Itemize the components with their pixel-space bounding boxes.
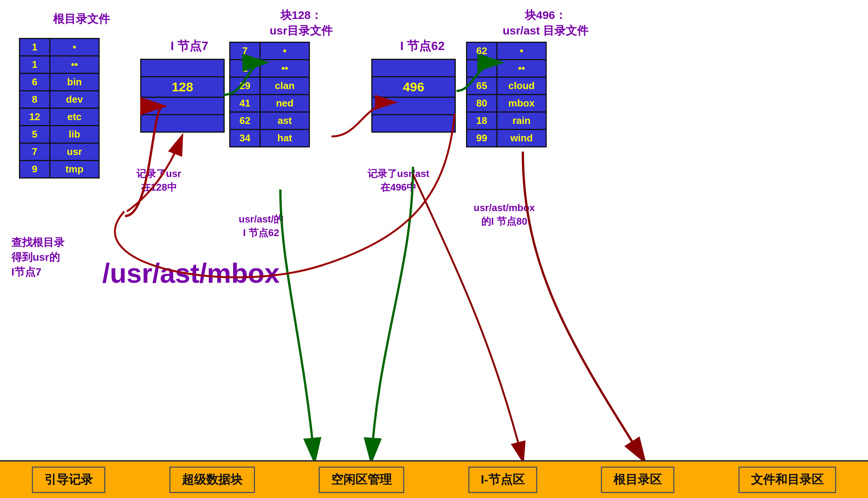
cell: mbox [497,95,546,112]
cell: • [260,42,310,60]
cell: 128 [141,77,224,97]
usr-ast-inode-annotation: usr/ast/的I 节点62 [239,212,284,240]
cell: ned [260,95,310,112]
table-row: 7 •• [467,60,546,77]
inode7-annotation: 记录了usr在128中 [136,167,181,194]
cell: • [50,39,99,56]
table-row: 65 cloud [467,77,546,95]
usr-ast-dir-label: 块496：usr/ast 目录文件 [474,8,618,39]
table-row [372,115,455,132]
table-row: 18 rain [467,112,546,130]
cell: dev [50,91,99,108]
table-row: 99 wind [467,130,546,147]
table-row: 12 etc [20,108,99,126]
root-annotation: 查找根目录得到usr的I节点7 [11,235,64,280]
inode62-table: 496 [371,59,456,133]
table-row: 41 ned [230,95,310,112]
big-path-text: /usr/ast/mbox [102,258,280,289]
table-row: 1 •• [230,60,310,77]
table-row: 80 mbox [467,95,546,112]
cell: 18 [467,112,497,130]
table-row [372,60,455,77]
table-row: 496 [372,77,455,97]
cell: 65 [467,77,497,95]
usr-dir-table: 7 • 1 •• 29 clan 41 ned 62 ast 34 hat [229,42,310,147]
root-dir-table: 1 • 1 •• 6 bin 8 dev 12 etc 5 lib [19,38,100,179]
table-row: 1 • [20,39,99,56]
cell: •• [260,60,310,77]
bottom-bar-item-6: 文件和目录区 [738,467,836,493]
table-row: 7 usr [20,143,99,161]
inode62-label: I 节点62 [379,38,466,55]
bottom-bar-item-3: 空闲区管理 [319,467,404,493]
table-row: 1 •• [20,56,99,74]
cell: 8 [20,91,50,108]
cell: 80 [467,95,497,112]
table-row: 29 clan [230,77,310,95]
cell: rain [497,112,546,130]
table-row: 62 • [467,42,546,60]
table-row: 128 [141,77,224,97]
cell: ast [260,112,310,130]
cell: wind [497,130,546,147]
cell [141,97,224,115]
inode7-label: I 节点7 [148,38,231,55]
cell: 6 [20,74,50,91]
cell [372,60,455,77]
table-row: 34 hat [230,130,310,147]
cell: 1 [20,39,50,56]
bottom-bar-item-5: 根目录区 [601,467,674,493]
cell: 62 [230,112,260,130]
cell: •• [497,60,546,77]
arrow-mbox-to-file-area [523,152,644,460]
root-dir-label: 根目录文件 [19,11,144,27]
cell: 496 [372,77,455,97]
cell: 12 [20,108,50,126]
usr-ast-dir-table: 62 • 7 •• 65 cloud 80 mbox 18 rain 99 wi… [466,42,547,147]
bottom-bar-item-1: 引导记录 [32,467,105,493]
cell: 7 [467,60,497,77]
cell: 29 [230,77,260,95]
table-row [372,97,455,115]
table-row: 5 lib [20,126,99,143]
cell: 7 [20,143,50,161]
cell: 9 [20,161,50,178]
table-row: 7 • [230,42,310,60]
cell: 7 [230,42,260,60]
bottom-bar-item-2: 超级数据块 [169,467,255,493]
table-row [141,60,224,77]
cell: 99 [467,130,497,147]
mbox-inode-annotation: usr/ast/mbox的I 节点80 [474,201,535,229]
cell: 1 [230,60,260,77]
cell: tmp [50,161,99,178]
arrow-inode62-to-bottom [371,167,413,460]
cell [141,60,224,77]
usr-dir-label: 块128：usr目录文件 [239,8,364,39]
table-row: 9 tmp [20,161,99,178]
cell: bin [50,74,99,91]
cell: 5 [20,126,50,143]
cell: 34 [230,130,260,147]
cell: lib [50,126,99,143]
cell: 41 [230,95,260,112]
inode7-table: 128 [140,59,225,133]
cell [372,115,455,132]
main-content: 根目录文件 1 • 1 •• 6 bin 8 dev 12 etc [0,0,868,498]
cell: 62 [467,42,497,60]
cell: clan [260,77,310,95]
cell [372,97,455,115]
table-row: 8 dev [20,91,99,108]
table-row [141,97,224,115]
bottom-bar-item-4: I-节点区 [468,467,537,493]
cell: 1 [20,56,50,74]
cell: etc [50,108,99,126]
table-row: 62 ast [230,112,310,130]
table-row [141,115,224,132]
arrow-ast-to-inode-area [280,189,314,460]
cell [141,115,224,132]
table-row: 6 bin [20,74,99,91]
bottom-bar: 引导记录 超级数据块 空闲区管理 I-节点区 根目录区 文件和目录区 [0,460,868,498]
cell: • [497,42,546,60]
inode62-annotation: 记录了usr/ast在496中 [368,167,429,194]
cell: •• [50,56,99,74]
